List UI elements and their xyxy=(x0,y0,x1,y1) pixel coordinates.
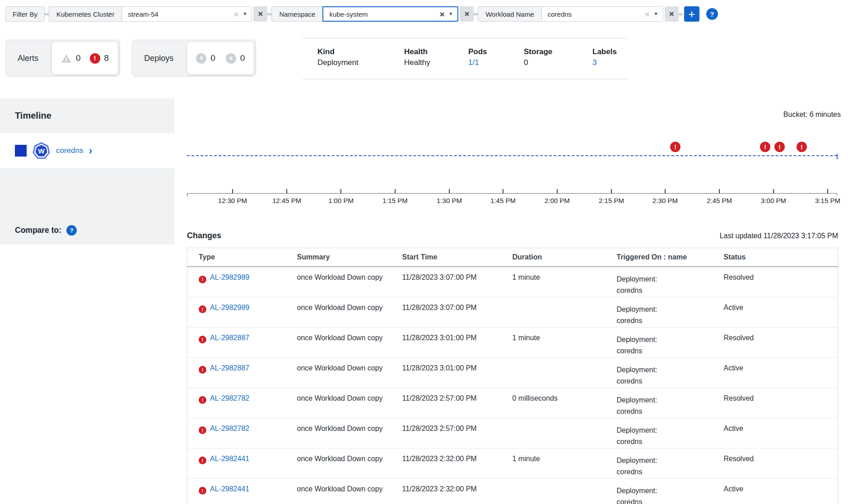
alert-id-link[interactable]: AL-2982887 xyxy=(210,334,249,342)
alerts-card[interactable]: Alerts 0 ! 8 xyxy=(5,40,120,77)
clear-value-icon[interactable]: × xyxy=(233,10,238,18)
filter-selected-value: coredns xyxy=(548,10,639,18)
remove-filter-button[interactable]: × xyxy=(253,6,267,22)
axis-tick xyxy=(611,189,612,194)
triggered-name: coredns xyxy=(617,406,720,417)
alert-marker-glyph: ! xyxy=(674,143,676,151)
alert-id-link[interactable]: AL-2982989 xyxy=(210,304,249,311)
triggered-kind: Deployment: xyxy=(617,485,720,496)
axis-tick xyxy=(340,189,341,194)
status-cell: Resolved xyxy=(724,388,838,418)
alert-id-link[interactable]: AL-2982887 xyxy=(210,364,249,372)
alert-severity-icon: ! xyxy=(199,487,206,495)
summary-field: Storage 0 xyxy=(524,47,592,79)
alert-id-link[interactable]: AL-2982441 xyxy=(210,485,249,493)
summary-field-label: Kind xyxy=(317,47,404,56)
compare-help-icon[interactable]: ? xyxy=(66,225,77,236)
alert-marker-icon[interactable]: ! xyxy=(774,142,785,152)
status-cell: Resolved xyxy=(724,448,838,478)
axis-tick-label: 2:00 PM xyxy=(545,197,570,204)
filter-value-dropdown[interactable]: stream-54 × ▼ xyxy=(121,6,252,22)
axis-tick xyxy=(665,189,666,194)
workload-link[interactable]: coredns xyxy=(56,146,83,155)
help-icon[interactable]: ? xyxy=(706,8,718,20)
changes-table: Type Summary Start Time Duration Trigger… xyxy=(187,248,838,504)
status-cell: Active xyxy=(724,478,838,504)
axis-tick xyxy=(827,189,828,194)
summary-cell: once Workload Down copy xyxy=(297,448,402,478)
alert-marker-icon[interactable]: ! xyxy=(797,142,807,152)
alert-marker-icon[interactable]: ! xyxy=(670,142,680,152)
workload-heptagon-icon: W xyxy=(32,142,51,160)
type-cell: !AL-2982989 xyxy=(187,297,297,327)
start-time-cell: 11/28/2023 3:01:00 PM xyxy=(402,357,513,388)
triggered-on-cell: Deployment: coredns xyxy=(617,418,724,448)
column-header[interactable]: Status xyxy=(724,248,838,267)
start-time-cell: 11/28/2023 3:07:00 PM xyxy=(402,297,513,327)
clear-value-icon[interactable]: × xyxy=(439,10,444,18)
failed-deploy-count: 0 xyxy=(240,53,245,63)
column-header[interactable]: Start Time xyxy=(402,248,513,267)
type-cell: !AL-2982782 xyxy=(187,388,297,418)
duration-cell: 1 minute xyxy=(513,448,617,478)
compare-to-block: Compare to: ? xyxy=(0,168,174,245)
axis-tick-label: 3:00 PM xyxy=(761,197,786,204)
summary-cards-row: Alerts 0 ! 8 Deploys 0 × 0 xyxy=(5,40,256,77)
summary-field: Pods 1/1 xyxy=(468,47,524,79)
triggered-kind: Deployment: xyxy=(617,425,720,436)
dropdown-caret-icon[interactable]: ▼ xyxy=(654,12,658,16)
axis-tick-label: 2:15 PM xyxy=(599,197,624,204)
change-row: !AL-2982887 once Workload Down copy 11/2… xyxy=(187,357,838,388)
triggered-kind: Deployment: xyxy=(617,273,720,285)
triggered-on-cell: Deployment: coredns xyxy=(617,267,724,297)
summary-field-value[interactable]: 3 xyxy=(592,58,628,67)
column-header[interactable]: Triggered On : name xyxy=(617,248,724,267)
summary-cell: once Workload Down copy xyxy=(297,418,402,448)
deploys-card[interactable]: Deploys 0 × 0 xyxy=(132,40,256,77)
filter-connector xyxy=(679,13,683,15)
alert-severity-icon: ! xyxy=(199,426,206,434)
dropdown-caret-icon[interactable]: ▼ xyxy=(449,12,453,16)
chevron-right-icon[interactable]: › xyxy=(89,146,92,155)
alert-severity-icon: ! xyxy=(199,276,206,283)
filter-value-dropdown[interactable]: kube-system × ▼ xyxy=(322,6,458,22)
alert-marker-icon[interactable]: ! xyxy=(760,142,770,152)
summary-field-value: Deployment xyxy=(317,58,404,67)
triggered-on-cell: Deployment: coredns xyxy=(617,448,724,478)
alerts-card-label: Alerts xyxy=(6,54,50,63)
alert-id-link[interactable]: AL-2982782 xyxy=(210,394,249,402)
column-header[interactable]: Type xyxy=(187,248,297,267)
column-header[interactable]: Summary xyxy=(297,248,402,267)
remove-filter-button[interactable]: × xyxy=(460,6,474,22)
summary-field-value[interactable]: 1/1 xyxy=(468,58,524,67)
column-header[interactable]: Duration xyxy=(513,248,617,267)
filter-value-dropdown[interactable]: coredns × ▼ xyxy=(541,6,663,22)
summary-cell: once Workload Down copy xyxy=(297,327,402,357)
alert-id-link[interactable]: AL-2982782 xyxy=(210,425,249,432)
workload-dashboard: Filter By Kubernetes Cluster stream-54 ×… xyxy=(0,0,848,504)
start-time-cell: 11/28/2023 2:32:00 PM xyxy=(402,448,513,478)
summary-field-label: Health xyxy=(404,47,468,56)
change-row: !AL-2982441 once Workload Down copy 11/2… xyxy=(187,478,838,504)
add-filter-button[interactable]: + xyxy=(684,6,699,22)
remove-filter-button[interactable]: × xyxy=(665,6,679,22)
type-cell: !AL-2982887 xyxy=(187,327,297,357)
axis-tick xyxy=(503,189,503,194)
clear-value-icon[interactable]: × xyxy=(645,10,650,18)
summary-field: Health Healthy xyxy=(404,47,468,79)
summary-field-label: Storage xyxy=(524,47,592,56)
filter-connector xyxy=(267,13,271,15)
svg-text:W: W xyxy=(38,147,45,155)
filter-group: Workload Name coredns × ▼ × xyxy=(478,6,678,22)
summary-cell: once Workload Down copy xyxy=(297,267,402,297)
dropdown-caret-icon[interactable]: ▼ xyxy=(243,12,247,16)
axis-tick-label: 3:15 PM xyxy=(815,197,840,204)
filter-by-button[interactable]: Filter By xyxy=(5,6,45,22)
axis-tick-label: 1:30 PM xyxy=(437,197,462,204)
axis-tick-label: 1:45 PM xyxy=(490,197,516,204)
last-updated-label: Last updated 11/28/2023 3:17:05 PM xyxy=(720,232,838,240)
filter-selected-value: kube-system xyxy=(329,10,434,18)
alert-id-link[interactable]: AL-2982441 xyxy=(210,455,249,462)
workload-summary-panel: Kind Deployment Health Healthy Pods 1/1 … xyxy=(302,38,628,79)
alert-id-link[interactable]: AL-2982989 xyxy=(210,273,249,281)
